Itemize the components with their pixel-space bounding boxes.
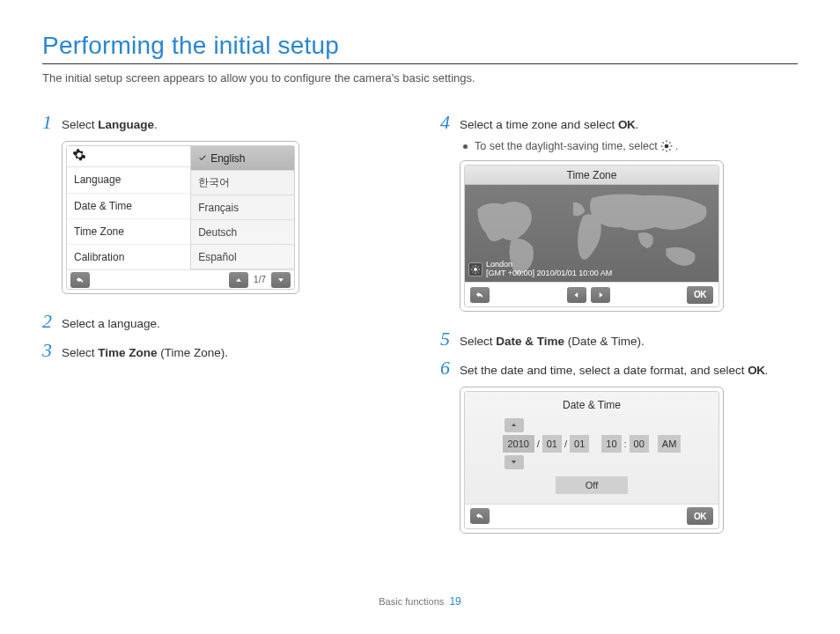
ok-label: OK bbox=[618, 118, 635, 131]
step-1-number: 1 bbox=[42, 111, 62, 134]
step-3: 3 Select Time Zone (Time Zone). bbox=[42, 339, 400, 362]
svg-point-0 bbox=[664, 144, 668, 149]
footer-page-number: 19 bbox=[449, 595, 461, 608]
language-option-label: English bbox=[210, 152, 245, 165]
year-field[interactable]: 2010 bbox=[503, 435, 534, 453]
language-menu-frame: Language Date & Time Time Zone Calibrati… bbox=[62, 141, 299, 294]
page-indicator: 1/7 bbox=[252, 275, 268, 284]
step-4-bullet: To set the daylight-saving time, select … bbox=[463, 139, 798, 153]
step-2: 2 Select a language. bbox=[42, 310, 400, 333]
step-6-pre: Set the date and time, select a date for… bbox=[460, 364, 748, 377]
step-2-number: 2 bbox=[42, 310, 62, 333]
settings-item-calibration[interactable]: Calibration bbox=[67, 245, 190, 269]
settings-item-timezone[interactable]: Time Zone bbox=[67, 219, 190, 245]
step-4-pre: Select a time zone and select bbox=[460, 118, 618, 131]
step-5-text: Select Date & Time (Date & Time). bbox=[460, 333, 645, 350]
page-down-button[interactable] bbox=[271, 272, 291, 288]
step-6: 6 Set the date and time, select a date f… bbox=[440, 357, 798, 380]
svg-line-8 bbox=[669, 143, 670, 144]
timezone-title: Time Zone bbox=[465, 166, 718, 185]
value-up-button[interactable] bbox=[505, 418, 524, 432]
timezone-frame: Time Zone bbox=[460, 160, 724, 312]
step-5-pre: Select bbox=[460, 335, 496, 348]
page-title: Performing the initial setup bbox=[42, 32, 798, 64]
step-4: 4 Select a time zone and select OK. bbox=[440, 111, 798, 134]
step-6-text: Set the date and time, select a date for… bbox=[460, 362, 768, 380]
dst-off-button[interactable]: Off bbox=[556, 476, 628, 494]
bullet-dot bbox=[463, 144, 468, 149]
step-1-bold: Language bbox=[98, 118, 154, 131]
datetime-title: Date & Time bbox=[477, 399, 706, 411]
dst-toggle[interactable] bbox=[468, 262, 483, 276]
language-option-espanol[interactable]: Español bbox=[191, 245, 294, 269]
prev-zone-button[interactable] bbox=[567, 287, 586, 303]
check-icon bbox=[198, 152, 207, 165]
footer-section: Basic functions bbox=[379, 596, 444, 607]
timezone-info: London [GMT +00:00] 2010/01/01 10:00 AM bbox=[468, 261, 612, 278]
datetime-fields: 2010 / 01 / 01 10 : 00 bbox=[503, 435, 682, 453]
step-3-number: 3 bbox=[42, 339, 62, 362]
separator: / bbox=[537, 439, 540, 449]
page-footer: Basic functions 19 bbox=[0, 595, 840, 608]
step-4-bullet-post: . bbox=[675, 140, 678, 152]
back-button[interactable] bbox=[470, 508, 490, 524]
step-4-text: Select a time zone and select OK. bbox=[460, 116, 638, 134]
step-4-number: 4 bbox=[440, 111, 460, 134]
svg-line-15 bbox=[478, 272, 479, 273]
language-options: English 한국어 Français Deutsch Español bbox=[191, 146, 294, 269]
step-4-bullet-pre: To set the daylight-saving time, select bbox=[475, 140, 658, 152]
hour-field[interactable]: 10 bbox=[601, 435, 621, 453]
minute-field[interactable]: 00 bbox=[630, 435, 649, 453]
step-1-text: Select Language. bbox=[62, 116, 158, 134]
language-option-francais[interactable]: Français bbox=[191, 195, 294, 220]
settings-list: Language Date & Time Time Zone Calibrati… bbox=[67, 146, 191, 269]
back-button[interactable] bbox=[70, 272, 90, 288]
gear-icon bbox=[72, 148, 86, 166]
settings-item-language[interactable]: Language bbox=[67, 167, 190, 193]
datetime-frame: Date & Time 2010 / 01 / bbox=[460, 387, 724, 534]
settings-header bbox=[67, 146, 190, 167]
month-field[interactable]: 01 bbox=[542, 435, 562, 453]
step-3-post: (Time Zone). bbox=[158, 346, 229, 359]
step-5-bold: Date & Time bbox=[496, 335, 564, 348]
page-up-button[interactable] bbox=[229, 272, 248, 288]
svg-line-5 bbox=[662, 143, 663, 144]
separator: : bbox=[624, 439, 627, 449]
svg-line-6 bbox=[669, 150, 670, 151]
step-3-pre: Select bbox=[62, 346, 98, 359]
right-column: 4 Select a time zone and select OK. To s… bbox=[440, 111, 798, 549]
ok-button[interactable]: OK bbox=[687, 507, 713, 525]
step-1: 1 Select Language. bbox=[42, 111, 400, 134]
separator: / bbox=[564, 439, 567, 449]
svg-line-17 bbox=[478, 267, 479, 268]
svg-line-14 bbox=[473, 267, 474, 268]
sun-icon bbox=[659, 139, 674, 153]
step-4-post: . bbox=[635, 118, 638, 131]
language-option-english[interactable]: English bbox=[191, 146, 294, 171]
intro-text: The initial setup screen appears to allo… bbox=[42, 71, 798, 85]
step-2-text: Select a language. bbox=[62, 315, 160, 333]
step-1-post: . bbox=[154, 118, 158, 131]
ok-label: OK bbox=[748, 364, 764, 377]
step-6-number: 6 bbox=[440, 357, 460, 380]
settings-item-datetime[interactable]: Date & Time bbox=[67, 194, 190, 219]
ampm-field[interactable]: AM bbox=[658, 435, 682, 453]
step-5: 5 Select Date & Time (Date & Time). bbox=[440, 328, 798, 350]
back-button[interactable] bbox=[470, 287, 490, 303]
day-field[interactable]: 01 bbox=[570, 435, 589, 453]
svg-point-9 bbox=[474, 268, 477, 271]
step-6-post: . bbox=[764, 364, 768, 377]
svg-line-7 bbox=[662, 150, 663, 151]
next-zone-button[interactable] bbox=[591, 287, 610, 303]
language-option-deutsch[interactable]: Deutsch bbox=[191, 220, 294, 245]
ok-button[interactable]: OK bbox=[687, 286, 713, 304]
value-down-button[interactable] bbox=[505, 455, 524, 469]
step-5-number: 5 bbox=[440, 328, 460, 350]
svg-line-16 bbox=[473, 272, 474, 273]
language-option-korean[interactable]: 한국어 bbox=[191, 171, 294, 195]
timezone-detail: [GMT +00:00] 2010/01/01 10:00 AM bbox=[486, 269, 612, 278]
step-1-pre: Select bbox=[62, 118, 98, 131]
timezone-map[interactable]: London [GMT +00:00] 2010/01/01 10:00 AM bbox=[465, 185, 718, 282]
step-3-bold: Time Zone bbox=[98, 346, 157, 359]
left-column: 1 Select Language. Language Date & Tim bbox=[42, 111, 400, 549]
